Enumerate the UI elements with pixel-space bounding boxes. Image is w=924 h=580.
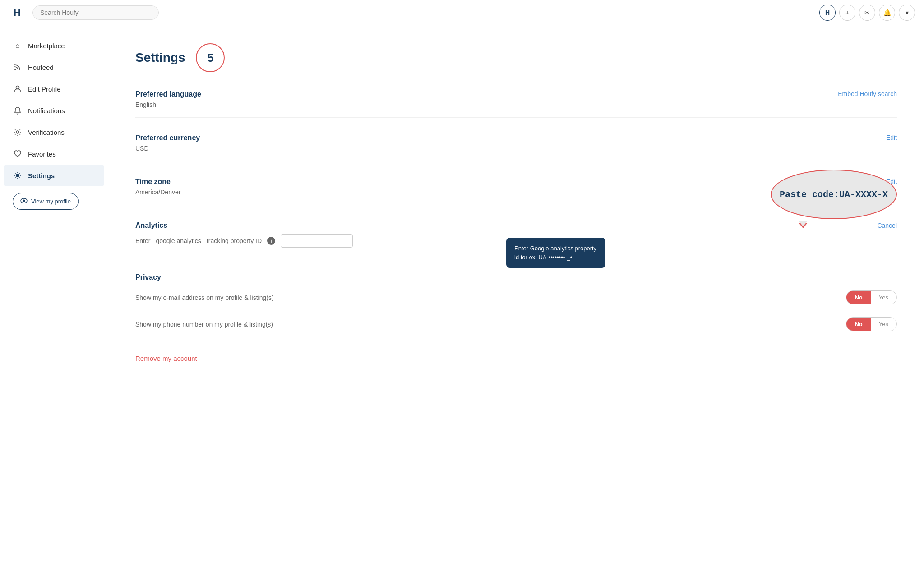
email-toggle-no[interactable]: No: [846, 291, 870, 304]
gear-icon: [13, 127, 23, 137]
svg-point-0: [14, 69, 16, 70]
dropdown-button[interactable]: ▾: [899, 5, 915, 21]
mail-button[interactable]: ✉: [859, 5, 875, 21]
sidebar-item-label: Houfeed: [28, 64, 54, 71]
speech-bubble-text: Paste code:UA-XXXX-X: [780, 189, 888, 200]
currency-value: USD: [135, 145, 897, 152]
analytics-tooltip: Enter Google analytics property id for e…: [506, 238, 605, 268]
settings-icon: [13, 170, 23, 180]
svg-point-5: [23, 200, 25, 202]
language-row: Preferred language Embed Houfy search: [135, 90, 897, 98]
timezone-label: Time zone: [135, 178, 171, 186]
logo: H: [9, 5, 25, 21]
main-content: Settings 5 Preferred language Embed Houf…: [108, 25, 924, 580]
sidebar-item-label: Marketplace: [28, 42, 65, 50]
analytics-tracking-text: tracking property ID: [207, 237, 262, 244]
currency-label: Preferred currency: [135, 134, 200, 142]
search-input[interactable]: [32, 5, 159, 20]
tooltip-text: Enter Google analytics property id for e…: [514, 245, 596, 261]
bell-button[interactable]: 🔔: [879, 5, 895, 21]
privacy-section: Privacy Show my e-mail address on my pro…: [135, 273, 897, 331]
currency-row: Preferred currency Edit: [135, 134, 897, 142]
sidebar-item-label: Settings: [28, 172, 55, 180]
analytics-cancel-link[interactable]: Cancel: [877, 222, 897, 229]
header-actions: H + ✉ 🔔 ▾: [819, 5, 915, 21]
view-profile-label: View my profile: [31, 198, 71, 205]
feed-icon: [13, 62, 23, 72]
language-value: English: [135, 101, 897, 108]
svg-point-3: [16, 174, 19, 177]
analytics-label: Analytics: [135, 221, 167, 230]
analytics-row: Analytics Cancel: [135, 221, 897, 230]
heart-icon: [13, 149, 23, 159]
analytics-input[interactable]: [281, 234, 353, 248]
avatar-button[interactable]: H: [819, 5, 836, 21]
speech-bubble: Paste code:UA-XXXX-X: [771, 170, 897, 219]
phone-toggle-no[interactable]: No: [846, 318, 870, 331]
page-title: Settings: [135, 51, 185, 65]
phone-privacy-label: Show my phone number on my profile & lis…: [135, 321, 273, 328]
sidebar: ⌂ Marketplace Houfeed Edit Profile: [0, 25, 108, 580]
email-privacy-row: Show my e-mail address on my profile & l…: [135, 290, 897, 304]
view-profile-button[interactable]: View my profile: [13, 193, 79, 210]
sidebar-item-edit-profile[interactable]: Edit Profile: [4, 78, 104, 99]
phone-privacy-row: Show my phone number on my profile & lis…: [135, 317, 897, 331]
search-container: [32, 5, 159, 20]
sidebar-item-favorites[interactable]: Favorites: [4, 143, 104, 164]
sidebar-item-verifications[interactable]: Verifications: [4, 122, 104, 143]
sidebar-item-notifications[interactable]: Notifications: [4, 100, 104, 121]
analytics-section: Analytics Cancel Enter google analytics …: [135, 221, 897, 257]
profile-icon: [13, 84, 23, 94]
email-toggle-yes[interactable]: Yes: [871, 291, 896, 304]
currency-edit-link[interactable]: Edit: [886, 134, 897, 141]
header: H H + ✉ 🔔 ▾: [0, 0, 924, 25]
notification-badge: 5: [196, 43, 225, 72]
bell-icon: [13, 106, 23, 115]
svg-point-2: [16, 131, 19, 133]
add-button[interactable]: +: [839, 5, 855, 21]
google-analytics-link[interactable]: google analytics: [156, 237, 201, 244]
sidebar-item-label: Edit Profile: [28, 85, 61, 93]
eye-icon: [20, 197, 28, 206]
sidebar-item-label: Notifications: [28, 107, 65, 115]
home-icon: ⌂: [13, 41, 23, 51]
info-icon[interactable]: i: [267, 237, 275, 245]
privacy-label: Privacy: [135, 273, 897, 281]
sidebar-item-marketplace[interactable]: ⌂ Marketplace: [4, 35, 104, 56]
sidebar-item-houfeed[interactable]: Houfeed: [4, 57, 104, 78]
sidebar-item-settings[interactable]: Settings: [4, 165, 104, 186]
embed-link[interactable]: Embed Houfy search: [838, 90, 897, 97]
sidebar-item-label: Verifications: [28, 129, 65, 136]
phone-toggle-yes[interactable]: Yes: [871, 318, 896, 331]
remove-account-button[interactable]: Remove my account: [135, 354, 197, 362]
email-privacy-label: Show my e-mail address on my profile & l…: [135, 294, 274, 301]
currency-section: Preferred currency Edit USD: [135, 134, 897, 161]
phone-toggle-group: No Yes: [846, 317, 897, 331]
language-label: Preferred language: [135, 90, 201, 98]
email-toggle-group: No Yes: [846, 290, 897, 304]
sidebar-item-label: Favorites: [28, 150, 56, 158]
page-header: Settings 5: [135, 43, 897, 72]
layout: ⌂ Marketplace Houfeed Edit Profile: [0, 25, 924, 580]
analytics-enter-text: Enter: [135, 237, 150, 244]
language-section: Preferred language Embed Houfy search En…: [135, 90, 897, 118]
